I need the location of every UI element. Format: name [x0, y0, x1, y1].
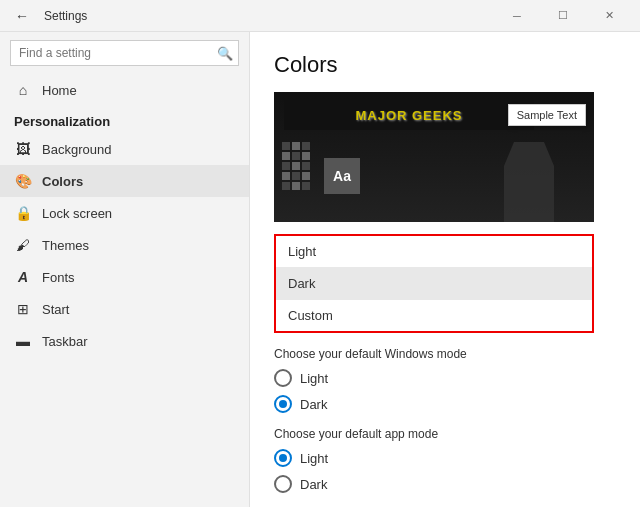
titlebar-controls: ─ ☐ ✕: [494, 0, 632, 32]
page-title: Colors: [274, 52, 616, 78]
sidebar: 🔍 ⌂ Home Personalization 🖼 Background 🎨 …: [0, 32, 250, 507]
sidebar-item-background[interactable]: 🖼 Background: [0, 133, 249, 165]
preview-sample-text: Sample Text: [517, 109, 577, 121]
mode-option-dark[interactable]: Dark: [276, 268, 592, 300]
preview-banner: MAJOR GEEKS: [284, 100, 534, 130]
themes-icon: 🖌: [14, 237, 32, 253]
windows-mode-light-radio[interactable]: [274, 369, 292, 387]
home-icon: ⌂: [14, 82, 32, 98]
sidebar-item-lock-screen[interactable]: 🔒 Lock screen: [0, 197, 249, 229]
back-button[interactable]: ←: [8, 2, 36, 30]
windows-mode-dark-radio[interactable]: [274, 395, 292, 413]
windows-mode-dark-label: Dark: [300, 397, 327, 412]
app-container: 🔍 ⌂ Home Personalization 🖼 Background 🎨 …: [0, 32, 640, 507]
preview-character: [504, 142, 554, 222]
app-mode-dark-label: Dark: [300, 477, 327, 492]
titlebar-title: Settings: [44, 9, 87, 23]
sidebar-item-home[interactable]: ⌂ Home: [0, 74, 249, 106]
sidebar-colors-label: Colors: [42, 174, 83, 189]
search-input[interactable]: [10, 40, 239, 66]
preview-aa-box: Aa: [324, 158, 360, 194]
mode-option-light[interactable]: Light: [276, 236, 592, 268]
windows-mode-radio-group: Light Dark: [274, 369, 616, 413]
app-mode-dark-option[interactable]: Dark: [274, 475, 616, 493]
titlebar: ← Settings ─ ☐ ✕: [0, 0, 640, 32]
preview-background: MAJOR GEEKS Sample Text Aa: [274, 92, 594, 222]
app-mode-light-label: Light: [300, 451, 328, 466]
preview-container: MAJOR GEEKS Sample Text Aa: [274, 92, 594, 222]
search-box: 🔍: [10, 40, 239, 66]
preview-aa-label: Aa: [333, 168, 351, 184]
main-content: Colors MAJOR GEEKS Sample Text: [250, 32, 640, 507]
search-icon: 🔍: [217, 46, 233, 61]
close-button[interactable]: ✕: [586, 0, 632, 32]
sidebar-home-label: Home: [42, 83, 77, 98]
taskbar-icon: ▬: [14, 333, 32, 349]
sidebar-item-taskbar[interactable]: ▬ Taskbar: [0, 325, 249, 357]
background-icon: 🖼: [14, 141, 32, 157]
sidebar-item-colors[interactable]: 🎨 Colors: [0, 165, 249, 197]
sidebar-fonts-label: Fonts: [42, 270, 75, 285]
app-mode-light-radio[interactable]: [274, 449, 292, 467]
preview-sample-popup: Sample Text: [508, 104, 586, 126]
windows-mode-light-option[interactable]: Light: [274, 369, 616, 387]
maximize-button[interactable]: ☐: [540, 0, 586, 32]
sidebar-item-start[interactable]: ⊞ Start: [0, 293, 249, 325]
windows-mode-label: Choose your default Windows mode: [274, 347, 616, 361]
sidebar-start-label: Start: [42, 302, 69, 317]
minimize-button[interactable]: ─: [494, 0, 540, 32]
sidebar-item-fonts[interactable]: A Fonts: [0, 261, 249, 293]
app-mode-dark-radio[interactable]: [274, 475, 292, 493]
windows-mode-light-label: Light: [300, 371, 328, 386]
titlebar-left: ← Settings: [8, 2, 87, 30]
windows-mode-dark-option[interactable]: Dark: [274, 395, 616, 413]
sidebar-section-personalization: Personalization: [0, 106, 249, 133]
sidebar-item-themes[interactable]: 🖌 Themes: [0, 229, 249, 261]
app-mode-label: Choose your default app mode: [274, 427, 616, 441]
sidebar-background-label: Background: [42, 142, 111, 157]
fonts-icon: A: [14, 269, 32, 285]
sidebar-lockscreen-label: Lock screen: [42, 206, 112, 221]
app-mode-radio-group: Light Dark: [274, 449, 616, 493]
start-icon: ⊞: [14, 301, 32, 317]
lock-icon: 🔒: [14, 205, 32, 221]
mode-options-box: Light Dark Custom: [274, 234, 594, 333]
colors-icon: 🎨: [14, 173, 32, 189]
mode-option-custom[interactable]: Custom: [276, 300, 592, 331]
sidebar-taskbar-label: Taskbar: [42, 334, 88, 349]
app-mode-light-option[interactable]: Light: [274, 449, 616, 467]
sidebar-themes-label: Themes: [42, 238, 89, 253]
preview-grid: [282, 142, 318, 202]
preview-banner-text: MAJOR GEEKS: [355, 108, 462, 123]
